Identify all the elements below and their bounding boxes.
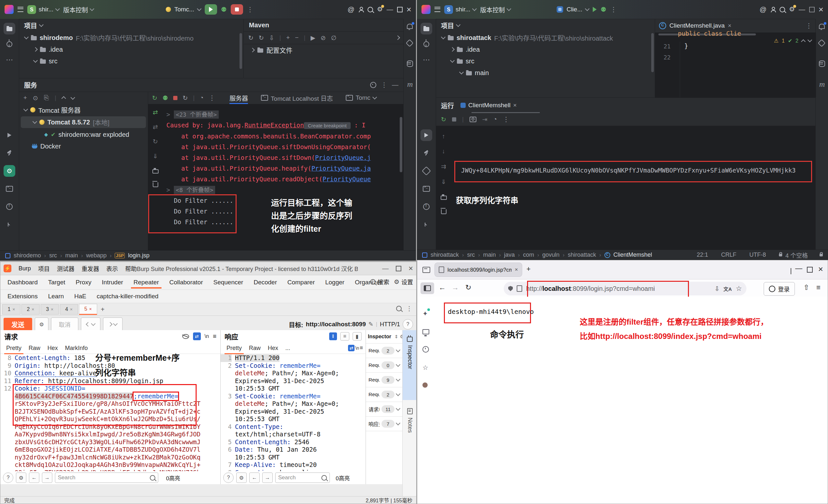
share-icon[interactable]: ⇧ bbox=[803, 283, 809, 292]
synced-tabs-icon[interactable] bbox=[422, 329, 429, 336]
maven-reload-icon[interactable]: ↻ bbox=[248, 34, 253, 42]
translate-icon[interactable]: 文A bbox=[723, 285, 732, 292]
split-arrows-icon[interactable]: ⇄ bbox=[153, 109, 158, 116]
minimize-button[interactable]: — bbox=[387, 6, 393, 13]
add-user-icon[interactable] bbox=[359, 7, 364, 12]
editor-options-icon[interactable]: ⋮ bbox=[805, 22, 812, 30]
run-tab-clientmemshell[interactable]: ClientMemshell × bbox=[460, 98, 517, 113]
back-button[interactable]: ← bbox=[439, 283, 446, 292]
minimize-button[interactable]: — bbox=[799, 6, 805, 13]
swap-arrows-icon[interactable]: ⇄ bbox=[153, 123, 158, 131]
scroll-to-end-icon[interactable]: ⇓ bbox=[441, 178, 446, 185]
stop-button[interactable] bbox=[231, 4, 243, 15]
tab-tomcat-localhost-log[interactable]: Tomcat Localhost 日志 bbox=[261, 92, 333, 104]
hide-panel-icon[interactable]: — bbox=[392, 81, 399, 89]
run-toolwindow-icon[interactable] bbox=[4, 129, 15, 141]
search-icon[interactable] bbox=[396, 306, 402, 311]
services-toolwindow-icon[interactable]: ⚙ bbox=[4, 165, 15, 177]
scrollbar[interactable] bbox=[400, 117, 402, 172]
repeater-tab-3[interactable]: 3× bbox=[41, 304, 59, 314]
browser-tab[interactable]: localhost:8099/login.jsp?cmd=wh × bbox=[435, 263, 522, 277]
restore-layout-icon[interactable]: ⇥ bbox=[482, 116, 488, 123]
minimize-button[interactable]: — bbox=[382, 265, 389, 272]
services-filter-icon[interactable] bbox=[370, 82, 376, 88]
maven-toolwindow-icon[interactable]: m bbox=[819, 80, 825, 89]
add-service-icon[interactable]: + bbox=[24, 94, 27, 101]
search-input[interactable]: Search bbox=[275, 472, 330, 483]
soft-wrap-chip-icon[interactable]: ⇄ bbox=[193, 332, 201, 340]
tab-hex[interactable]: Hex bbox=[264, 343, 281, 353]
offline-mode-icon[interactable]: ⊘ bbox=[320, 34, 326, 42]
add-user-icon[interactable] bbox=[771, 7, 776, 12]
breadcrumb-item[interactable]: com bbox=[523, 252, 534, 258]
settings-icon[interactable]: ⚙ bbox=[236, 472, 247, 483]
build-toolwindow-icon[interactable] bbox=[4, 147, 15, 159]
notifications-icon[interactable] bbox=[819, 24, 825, 31]
sidebar-toggle-button[interactable] bbox=[420, 282, 434, 294]
menu-intruder[interactable]: 测试器 bbox=[57, 264, 74, 272]
print-icon[interactable] bbox=[153, 169, 159, 173]
commit-toolwindow-icon[interactable] bbox=[420, 38, 432, 50]
close-tab-icon[interactable]: × bbox=[70, 307, 73, 312]
search-everywhere-icon[interactable] bbox=[368, 7, 373, 12]
soft-wrap-icon[interactable]: ⇉ bbox=[441, 163, 446, 170]
close-tab-icon[interactable]: × bbox=[89, 306, 92, 311]
search-action[interactable]: 搜索 bbox=[370, 278, 389, 286]
refresh-icon[interactable]: ↻ bbox=[182, 94, 188, 102]
thread-dump-icon[interactable] bbox=[469, 117, 477, 122]
tab-sequencer[interactable]: Sequencer bbox=[209, 276, 248, 289]
close-button[interactable]: × bbox=[407, 5, 411, 14]
tab-proxy[interactable]: Proxy bbox=[71, 276, 96, 289]
tab-collaborator[interactable]: Collaborator bbox=[165, 276, 208, 289]
layout-rows-icon[interactable]: ≡ bbox=[340, 332, 349, 341]
maximize-button[interactable] bbox=[807, 267, 813, 272]
open-in-new-tab-icon[interactable]: ⎘ bbox=[44, 94, 49, 101]
help-icon[interactable]: ? bbox=[403, 319, 413, 330]
main-menu-icon[interactable] bbox=[17, 7, 24, 12]
debug-icon[interactable]: ⚉ bbox=[601, 5, 606, 13]
menu-icon[interactable]: ≡ bbox=[360, 345, 363, 351]
maven-toolwindow-icon[interactable]: m bbox=[407, 80, 413, 89]
close-button[interactable]: × bbox=[819, 5, 823, 14]
dashboard-icon[interactable]: ◔ bbox=[493, 116, 497, 123]
profile-icon[interactable] bbox=[422, 382, 428, 389]
help-icon[interactable]: ? bbox=[223, 472, 234, 483]
app-menu-icon[interactable]: ≡ bbox=[816, 283, 821, 292]
tab-tomcat-catalina-log[interactable]: Tomc bbox=[346, 92, 376, 104]
close-tab-icon[interactable]: × bbox=[515, 266, 518, 273]
tab-learn[interactable]: Learn bbox=[44, 290, 69, 302]
code-with-me-icon[interactable]: @ bbox=[760, 5, 767, 13]
tab-pretty[interactable]: Pretty bbox=[223, 343, 245, 353]
forward-button[interactable]: → bbox=[452, 283, 459, 292]
tree-row-war-exploded[interactable]: ◆ ✔ shirodemo:war exploded bbox=[19, 129, 148, 140]
minimize-button[interactable]: — bbox=[795, 264, 802, 272]
rerun-icon[interactable]: ↻ bbox=[441, 116, 446, 123]
collapse-all-icon[interactable]: ⇕ bbox=[395, 334, 399, 339]
maximize-button[interactable] bbox=[809, 7, 815, 12]
add-repeater-tab-button[interactable]: + bbox=[101, 306, 105, 313]
close-tab-icon[interactable]: × bbox=[12, 307, 15, 312]
ai-assistant-icon[interactable] bbox=[819, 40, 824, 47]
settings-icon[interactable]: ⚙ bbox=[377, 6, 383, 13]
problems-toolwindow-icon[interactable] bbox=[4, 201, 15, 212]
tree-row-idea[interactable]: .idea bbox=[436, 44, 655, 55]
breadcrumb-item[interactable]: src bbox=[467, 252, 475, 258]
close-tab-icon[interactable]: × bbox=[51, 307, 53, 312]
project-toolwindow-icon[interactable] bbox=[420, 23, 432, 35]
up-stack-icon[interactable]: ↑ bbox=[442, 133, 445, 140]
settings-action[interactable]: ⚙设置 bbox=[394, 278, 413, 286]
menu-repeater[interactable]: 重发器 bbox=[82, 264, 99, 272]
dashboard-icon[interactable]: ◔ bbox=[200, 94, 203, 101]
readonly-lock-icon[interactable] bbox=[820, 254, 823, 256]
inspector-row[interactable]: Request body parameters9 bbox=[366, 373, 402, 387]
login-button[interactable]: 登录 bbox=[764, 282, 795, 296]
side-tab-inspector[interactable]: Inspector bbox=[403, 330, 417, 400]
tab-extensions[interactable]: Extensions bbox=[3, 290, 42, 302]
breadcrumb-item[interactable]: src bbox=[49, 252, 57, 259]
terminal-toolwindow-icon[interactable] bbox=[4, 183, 15, 195]
inspector-row[interactable]: Request query parameters0 bbox=[366, 358, 402, 373]
tab-logger[interactable]: Logger bbox=[321, 276, 349, 289]
run-button[interactable] bbox=[593, 7, 596, 12]
skip-tests-icon[interactable]: ∅ bbox=[331, 34, 336, 42]
tab-raw[interactable]: Raw bbox=[246, 343, 264, 353]
